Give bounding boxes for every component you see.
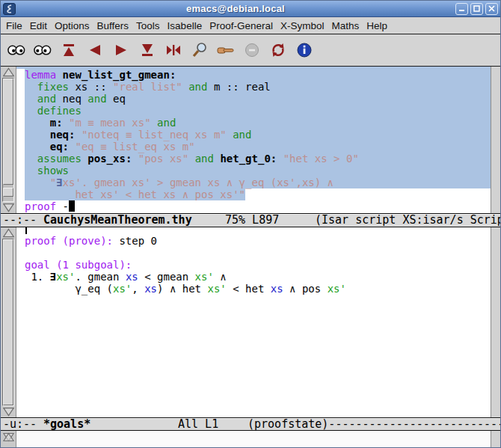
- command-icon: [216, 41, 236, 59]
- mode-line-flags: --:--: [3, 214, 37, 227]
- scrollbar-trough[interactable]: [2, 78, 14, 202]
- minimize-icon: [458, 5, 465, 12]
- minibuffer-row: [1, 431, 500, 448]
- menu-proof-general[interactable]: Proof-General: [206, 19, 277, 33]
- find-icon: [191, 41, 209, 59]
- interrupt-button[interactable]: [241, 38, 263, 62]
- menu-options[interactable]: Options: [51, 19, 93, 33]
- code-line: defines: [25, 105, 491, 117]
- maximize-button[interactable]: [470, 3, 483, 15]
- code-line: het xs' < het xs ∧ pos xs'": [25, 188, 491, 200]
- close-icon: [488, 5, 495, 12]
- proof-general-toolbar: [1, 34, 500, 67]
- script-window: lemma new_list_gt_gmean: fixes xs :: "re…: [1, 67, 500, 213]
- eyes-two-button[interactable]: [31, 38, 54, 62]
- goal-line: [25, 247, 491, 259]
- script-mode-line: --:-- CauchysMeanTheorem.thy 75% L897 (I…: [1, 213, 500, 227]
- undo-button[interactable]: [84, 38, 106, 62]
- inactive-cursor: [25, 227, 27, 234]
- code-line: proof -: [25, 200, 491, 212]
- menu-bar: FileEditOptionsBuffersToolsIsabelleProof…: [1, 17, 500, 34]
- code-line: lemma new_list_gt_gmean:: [25, 69, 491, 81]
- goal-line: γ_eq (xs', xs) ∧ het xs' < het xs ∧ pos …: [25, 283, 491, 295]
- goals-mode-line: -u:-- *goals* All L1 (proofstate)-------…: [1, 417, 500, 431]
- goals-scrollbar[interactable]: [1, 227, 16, 417]
- menu-help[interactable]: Help: [363, 19, 391, 33]
- window-title: emacs@debian.local: [16, 3, 455, 14]
- code-line: "∃xs'. gmean xs' > gmean xs ∧ γ_eq (xs',…: [25, 177, 491, 188]
- goto-point-button[interactable]: [162, 38, 185, 62]
- minimize-button[interactable]: [455, 3, 468, 15]
- goto-point-icon: [165, 41, 182, 59]
- emacs-frame: emacs@debian.local FileEditOptionsBuffer…: [0, 0, 501, 448]
- use-buffer-button[interactable]: [136, 38, 159, 62]
- scroll-up-icon[interactable]: [1, 227, 16, 239]
- scrollbar-grip[interactable]: [3, 188, 13, 197]
- scrollbar-thumb[interactable]: [3, 79, 13, 185]
- scrollbar-thumb[interactable]: [3, 239, 13, 405]
- buffer-name: CauchysMeanTheorem.thy: [43, 214, 192, 227]
- use-buffer-icon: [138, 41, 156, 59]
- right-margin: [491, 67, 500, 213]
- info-icon: [295, 41, 313, 59]
- menu-file[interactable]: File: [2, 19, 26, 33]
- goals-window: proof (prove): step 0 goal (1 subgoal): …: [1, 227, 500, 417]
- menu-tools[interactable]: Tools: [132, 19, 164, 33]
- menu-edit[interactable]: Edit: [26, 19, 51, 33]
- menu-maths[interactable]: Maths: [328, 19, 363, 33]
- script-scrollbar[interactable]: [1, 67, 16, 213]
- code-line: shows: [25, 165, 491, 177]
- script-buffer[interactable]: lemma new_list_gt_gmean: fixes xs :: "re…: [16, 67, 491, 213]
- goals-buffer[interactable]: proof (prove): step 0 goal (1 subgoal): …: [16, 227, 491, 417]
- menu-buffers[interactable]: Buffers: [93, 19, 133, 33]
- scroll-down-icon[interactable]: [1, 202, 16, 213]
- find-button[interactable]: [188, 38, 211, 62]
- eyes-one-icon: [7, 42, 26, 59]
- goto-start-button[interactable]: [58, 38, 80, 62]
- code-line: assumes pos_xs: "pos xs" and het_gt_0: "…: [25, 153, 491, 165]
- code-line: and neq and eq: [25, 93, 491, 105]
- scroll-down-icon[interactable]: [1, 406, 16, 417]
- text-cursor: [69, 200, 75, 212]
- restart-button[interactable]: [267, 38, 289, 62]
- buffer-position: 75% L897: [225, 214, 279, 227]
- interrupt-icon: [243, 41, 261, 59]
- mode-line-flags: -u:--: [3, 418, 37, 430]
- next-icon: [112, 41, 130, 59]
- close-button[interactable]: [485, 3, 498, 15]
- goal-line: 1. ∃xs'. gmean xs < gmean xs' ∧: [25, 271, 491, 283]
- next-button[interactable]: [110, 38, 132, 62]
- code-line: eq: "eq ≡ list_eq xs m": [25, 141, 491, 153]
- emacs-logo-icon: [5, 4, 13, 13]
- minibuffer[interactable]: [16, 431, 491, 448]
- emacs-app-icon[interactable]: [3, 3, 16, 15]
- right-margin: [491, 227, 500, 417]
- eyes-one-button[interactable]: [5, 38, 28, 62]
- code-line: fixes xs :: "real list" and m :: real: [25, 81, 491, 93]
- restart-icon: [269, 41, 287, 59]
- minibuffer-scrollbar-stub: [1, 431, 16, 448]
- info-button[interactable]: [293, 38, 316, 62]
- scroll-up-icon[interactable]: [1, 67, 16, 78]
- code-line: neq: "noteq ≡ list_neq xs m" and: [25, 129, 491, 141]
- menu-x-symbol[interactable]: X-Symbol: [277, 19, 328, 33]
- collapsed-scrollbar-icon: [3, 432, 14, 442]
- window-controls: [455, 3, 498, 15]
- eyes-two-icon: [33, 42, 52, 59]
- buffer-name: *goals*: [43, 418, 90, 430]
- goal-line: proof (prove): step 0: [25, 235, 491, 247]
- command-button[interactable]: [215, 38, 237, 62]
- buffer-position: All L1: [178, 418, 218, 430]
- major-mode-info: (proofstate)----------------------------…: [248, 418, 500, 430]
- maximize-icon: [473, 5, 480, 12]
- titlebar: emacs@debian.local: [1, 1, 500, 17]
- code-line: m: "m ≡ mean xs" and: [25, 117, 491, 129]
- undo-icon: [86, 41, 104, 59]
- goto-start-icon: [60, 41, 78, 59]
- scrollbar-trough[interactable]: [2, 239, 14, 406]
- right-margin: [491, 431, 500, 448]
- major-mode-info: (Isar script XS:isar/s Scrip: [315, 214, 500, 227]
- goal-line: goal (1 subgoal):: [25, 259, 491, 271]
- menu-isabelle[interactable]: Isabelle: [164, 19, 206, 33]
